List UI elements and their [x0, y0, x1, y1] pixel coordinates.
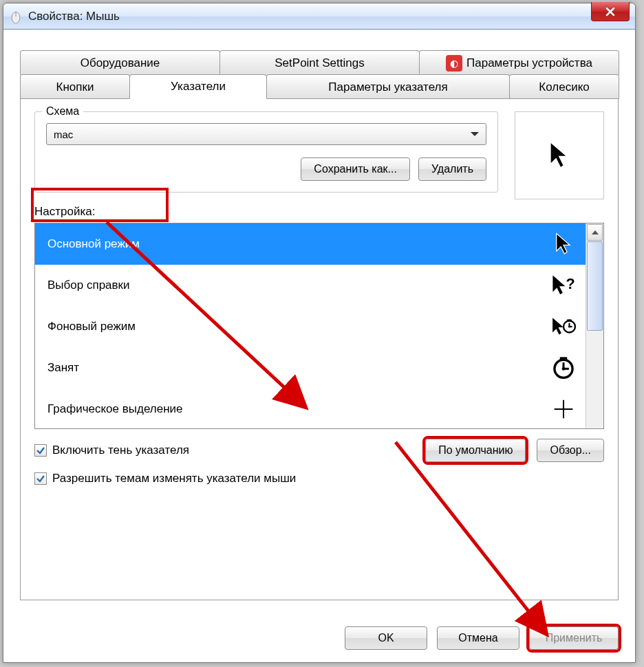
dialog-body: Оборудование SetPoint Settings ◐Параметр…: [3, 30, 635, 662]
checkbox-icon: [34, 444, 47, 457]
scroll-up-button[interactable]: [587, 224, 603, 241]
arrow-wait-cursor-icon: [551, 314, 576, 339]
cursor-preview: [515, 111, 604, 199]
tab-buttons[interactable]: Кнопки: [20, 74, 130, 99]
device-icon: ◐: [446, 55, 462, 72]
svg-rect-12: [560, 357, 567, 360]
save-as-button[interactable]: Сохранить как...: [301, 157, 410, 181]
mouse-icon: [9, 10, 23, 23]
tab-wheel[interactable]: Колесико: [509, 74, 619, 99]
list-item-help[interactable]: Выбор справки ?: [35, 265, 586, 306]
cancel-button[interactable]: Отмена: [437, 626, 519, 650]
checkbox-icon: [34, 472, 47, 485]
scroll-thumb[interactable]: [587, 241, 603, 331]
arrow-cursor-icon: [548, 140, 571, 171]
wait-cursor-icon: [551, 356, 576, 380]
tab-pointers[interactable]: Указатели: [129, 74, 267, 99]
ok-button[interactable]: OK: [345, 626, 427, 650]
cursor-listbox[interactable]: Основной режим Выбор справки ? Фоновый р…: [34, 223, 604, 429]
window-title: Свойства: Мышь: [28, 10, 120, 23]
settings-label: Настройка:: [34, 205, 604, 219]
tab-content: Схема mac Сохранить как... Удалить Настр…: [20, 98, 619, 600]
tab-hardware[interactable]: Оборудование: [20, 50, 220, 75]
tab-device-params[interactable]: ◐Параметры устройства: [419, 50, 619, 75]
svg-text:?: ?: [566, 274, 575, 292]
schema-fieldset: Схема mac Сохранить как... Удалить: [34, 111, 498, 193]
delete-button[interactable]: Удалить: [418, 157, 486, 181]
browse-button[interactable]: Обзор...: [537, 439, 604, 462]
list-item-background[interactable]: Фоновый режим: [35, 306, 586, 347]
dialog-buttons: OK Отмена Применить: [345, 626, 619, 650]
svg-rect-7: [567, 319, 571, 321]
close-button[interactable]: [591, 2, 630, 21]
list-scrollbar[interactable]: [586, 223, 603, 428]
apply-button[interactable]: Применить: [529, 626, 619, 650]
crosshair-cursor-icon: [551, 397, 576, 422]
tab-pointer-options[interactable]: Параметры указателя: [266, 74, 510, 99]
list-item-normal[interactable]: Основной режим: [35, 223, 586, 265]
default-button[interactable]: По умолчанию: [425, 439, 526, 462]
tab-setpoint[interactable]: SetPoint Settings: [219, 50, 420, 75]
schema-combo[interactable]: mac: [46, 123, 486, 145]
mouse-properties-window: Свойства: Мышь Оборудование SetPoint Set…: [3, 3, 636, 663]
schema-legend: Схема: [42, 105, 83, 118]
titlebar[interactable]: Свойства: Мышь: [3, 3, 635, 30]
allow-themes-checkbox[interactable]: Разрешить темам изменять указатели мыши: [34, 472, 604, 485]
arrow-help-cursor-icon: ?: [551, 273, 576, 298]
tab-strip: Оборудование SetPoint Settings ◐Параметр…: [20, 50, 619, 100]
list-item-busy[interactable]: Занят: [35, 347, 586, 389]
enable-shadow-checkbox[interactable]: Включить тень указателя: [34, 444, 414, 457]
arrow-cursor-icon: [551, 232, 576, 256]
list-item-precision[interactable]: Графическое выделение: [35, 389, 586, 428]
